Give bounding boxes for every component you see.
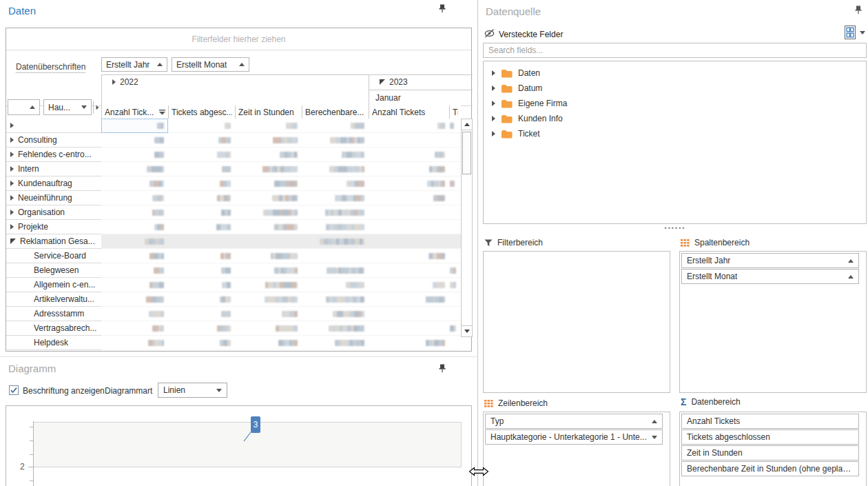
redacted-cell-value (326, 224, 364, 230)
row-header-Kundenauftrag[interactable]: Kundenauftrag (6, 176, 101, 191)
year-group-2022[interactable]: 2022 (107, 74, 369, 90)
redacted-cell-value (220, 340, 231, 346)
expand-icon[interactable] (492, 85, 495, 91)
measure-header-3[interactable]: Berechenbare... (302, 105, 369, 119)
month-header-januar[interactable]: Januar (370, 90, 473, 105)
data-row (101, 336, 461, 350)
expand-icon[interactable] (112, 79, 116, 85)
expand-icon[interactable] (10, 123, 14, 128)
row-header-Fehlendes c-entro...[interactable]: Fehlendes c-entro... (6, 148, 101, 162)
expand-icon[interactable] (10, 181, 14, 186)
row-header-Service-Board[interactable]: Service-Board (6, 249, 101, 263)
measure-header-2[interactable]: Zeit in Stunden (235, 105, 302, 119)
year-group-2023[interactable]: 2023 (374, 74, 473, 90)
expand-icon[interactable] (10, 210, 14, 215)
row-header-Neueinführung[interactable]: Neueinführung (6, 191, 101, 205)
expand-icon[interactable] (10, 224, 14, 230)
expand-icon[interactable] (492, 131, 495, 136)
redacted-cell-value (450, 282, 456, 288)
redacted-cell-value (450, 123, 454, 129)
redacted-cell-value (342, 152, 364, 158)
row-label: Artikelverwaltu... (34, 294, 94, 304)
row-header-Intern[interactable]: Intern (6, 162, 101, 176)
redacted-cell-value (428, 253, 445, 259)
filter-area-box[interactable] (483, 251, 670, 393)
expand-icon[interactable] (492, 70, 495, 76)
row-header-Artikelverwaltu...[interactable]: Artikelverwaltu... (6, 292, 101, 307)
expand-icon[interactable] (10, 137, 14, 143)
data-area-box[interactable]: Anzahl TicketsTickets abgeschlossenZeit … (679, 412, 867, 486)
expand-icon[interactable] (10, 152, 14, 157)
sort-asc-icon (30, 105, 35, 109)
vertical-scroll-thumb[interactable] (462, 132, 471, 174)
columns-field-Erstellt Monat[interactable]: Erstellt Monat (681, 269, 859, 284)
show-labels-checkbox[interactable] (9, 385, 19, 395)
data-row (101, 249, 461, 263)
data-field-Berechenbare Zeit in Stunden (ohne geplant...[interactable]: Berechenbare Zeit in Stunden (ohne gepla… (681, 461, 859, 476)
column-field-erstellt-jahr[interactable]: Erstellt Jahr (101, 57, 167, 72)
redacted-cell-value (265, 282, 298, 288)
row-field-hauptkategorie[interactable]: Hau... (43, 99, 92, 115)
redacted-cell-value (154, 152, 164, 158)
columns-field-Erstellt Jahr[interactable]: Erstellt Jahr (681, 253, 859, 268)
pivot-filter-drop-area[interactable]: Filterfelder hierher ziehen (6, 28, 471, 50)
panel-divider (0, 356, 477, 357)
pin-icon[interactable] (438, 4, 446, 13)
row-header-Belegwesen[interactable]: Belegwesen (6, 263, 101, 278)
chart-type-dropdown[interactable]: Linien (158, 383, 227, 398)
row-field-typ[interactable] (8, 99, 40, 115)
row-label: Vertragsabrech... (34, 323, 96, 333)
row-header-Organisation[interactable]: Organisation (6, 205, 101, 220)
data-point-label[interactable]: 3 (251, 416, 260, 433)
layout-view-dropdown-icon[interactable] (860, 31, 865, 34)
data-field-Zeit in Stunden[interactable]: Zeit in Stunden (681, 445, 859, 460)
selected-cell[interactable] (101, 119, 168, 133)
tree-item-Ticket[interactable]: Ticket (484, 126, 866, 141)
tree-item-Daten[interactable]: Daten (484, 65, 866, 81)
row-header-Helpdesk[interactable]: Helpdesk (6, 336, 101, 350)
tree-item-Eigene Firma[interactable]: Eigene Firma (484, 96, 866, 111)
collapse-icon[interactable] (380, 79, 385, 85)
rows-field-Typ[interactable]: Typ (485, 414, 663, 429)
row-fields-expand-button[interactable] (93, 101, 101, 114)
panel-splitter[interactable] (477, 0, 478, 486)
scroll-up-button[interactable] (461, 119, 473, 130)
measure-header-1[interactable]: Tickets abgesc... (168, 105, 235, 119)
row-header-Projekte[interactable]: Projekte (6, 220, 101, 234)
expand-icon[interactable] (10, 166, 14, 172)
data-field-Tickets abgeschlossen[interactable]: Tickets abgeschlossen (681, 429, 859, 445)
redacted-cell-value (217, 195, 231, 201)
tree-item-Datum[interactable]: Datum (484, 81, 866, 96)
scroll-down-button[interactable] (461, 325, 473, 337)
tree-item-Kunden Info[interactable]: Kunden Info (484, 111, 866, 126)
pin-icon[interactable] (438, 364, 446, 373)
redacted-cell-value (145, 239, 164, 245)
redacted-cell-value (274, 224, 298, 230)
expand-icon[interactable] (492, 116, 495, 121)
splitter-handle[interactable]: •••••• (663, 225, 688, 232)
row-header-Adressstamm[interactable]: Adressstamm (6, 307, 101, 321)
data-field-Anzahl Tickets[interactable]: Anzahl Tickets (681, 414, 859, 429)
measure-header-5[interactable]: Ticket (449, 105, 461, 119)
redacted-cell-value (262, 166, 298, 172)
rows-field-Hauptkategorie - Unterkategorie 1 - Unte...[interactable]: Hauptkategorie - Unterkategorie 1 - Unte… (485, 429, 663, 445)
redacted-cell-value (325, 210, 364, 216)
layout-view-icon[interactable] (845, 26, 856, 39)
columns-area-box[interactable]: Erstellt JahrErstellt Monat (679, 251, 867, 393)
pin-icon[interactable] (854, 6, 862, 14)
collapse-icon[interactable] (10, 239, 16, 244)
filter-funnel-icon[interactable] (159, 110, 165, 115)
expand-icon[interactable] (10, 195, 14, 201)
search-input[interactable]: Search fields... (483, 43, 867, 58)
row-header-Allgemein c-en...[interactable]: Allgemein c-en... (6, 278, 101, 292)
column-field-erstellt-monat[interactable]: Erstellt Monat (172, 57, 249, 72)
row-header-blank[interactable] (6, 119, 101, 133)
row-header-Consulting[interactable]: Consulting (6, 133, 101, 148)
row-header-Vertragsabrech...[interactable]: Vertragsabrech... (6, 321, 101, 336)
row-header-Reklamation Gesa...[interactable]: Reklamation Gesa... (6, 234, 101, 249)
data-headers-label[interactable]: Datenüberschriften (16, 62, 85, 73)
expand-icon[interactable] (492, 101, 495, 106)
measure-header-0[interactable]: Anzahl Tick... (101, 105, 168, 119)
measure-header-4[interactable]: Anzahl Tickets (369, 105, 449, 119)
rows-area-box[interactable]: TypHauptkategorie - Unterkategorie 1 - U… (483, 412, 670, 486)
